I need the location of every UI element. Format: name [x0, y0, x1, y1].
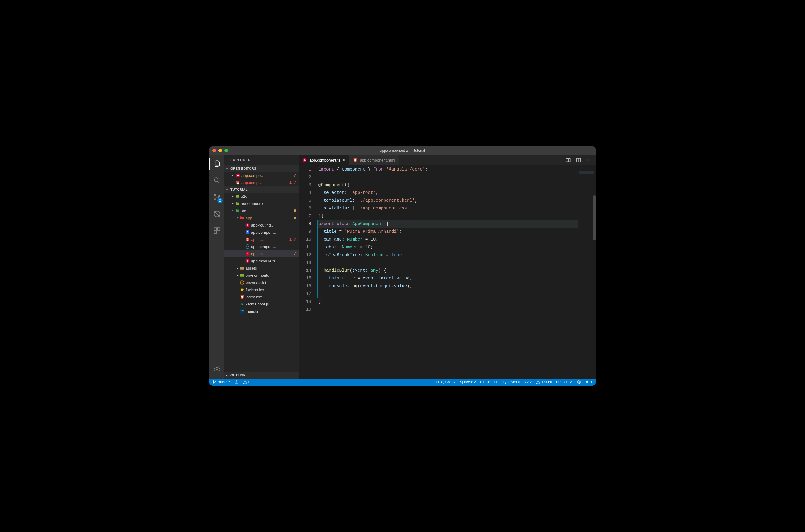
tree-item[interactable]: app.module.ts: [225, 257, 299, 265]
tree-item[interactable]: app.co…M: [225, 250, 299, 257]
tree-item[interactable]: TSmain.ts: [225, 308, 299, 315]
line-number: 19: [299, 305, 311, 313]
code-line[interactable]: lebar: Number = 10;: [317, 243, 578, 251]
tree-item[interactable]: ▸e2e: [225, 193, 299, 200]
status-spaces[interactable]: Spaces: 2: [460, 380, 476, 384]
tree-item[interactable]: app.compon…: [225, 229, 299, 236]
maximize-window-button[interactable]: [225, 149, 228, 152]
chevron-right-icon: ▸: [225, 374, 229, 377]
close-icon[interactable]: ×: [230, 173, 235, 178]
star-icon: [240, 287, 245, 292]
activity-explorer[interactable]: [210, 156, 225, 171]
tree-item[interactable]: ▾src: [225, 207, 299, 214]
status-encoding[interactable]: UTF-8: [480, 380, 490, 384]
split-editor-icon[interactable]: [576, 157, 581, 163]
file-label: app.compo…: [242, 173, 265, 178]
file-label: karma.conf.js: [246, 302, 269, 306]
code-line[interactable]: handleBlur(event: any) {: [317, 267, 578, 274]
status-language[interactable]: TypeScript: [503, 380, 520, 384]
code-line[interactable]: isTeaBreakTime: Boolean = true;: [317, 251, 578, 259]
folder-icon: [240, 215, 245, 220]
status-cursor[interactable]: Ln 8, Col 27: [436, 380, 456, 384]
chevron-right-icon[interactable]: ▸: [236, 274, 239, 277]
tree-item[interactable]: app.c…1, M: [225, 236, 299, 243]
line-number: 8: [299, 220, 311, 228]
status-feedback[interactable]: [577, 380, 581, 384]
status-eol[interactable]: LF: [494, 380, 499, 384]
line-number: 1: [299, 166, 311, 173]
svg-point-15: [588, 160, 589, 161]
chevron-right-icon[interactable]: ▸: [236, 267, 239, 270]
open-editors-list: ×app.compo…Mapp.comp…1, M: [225, 172, 299, 186]
activity-bar: 2: [210, 155, 225, 379]
activity-search[interactable]: [210, 173, 225, 188]
activity-extensions[interactable]: [210, 224, 225, 238]
chevron-right-icon[interactable]: ▸: [231, 202, 235, 205]
code-line[interactable]: export class AppComponent {: [317, 220, 578, 228]
minimize-window-button[interactable]: [218, 149, 222, 152]
code-line[interactable]: }: [317, 298, 578, 305]
tree-item[interactable]: Kkarma.conf.js: [225, 300, 299, 308]
code-editor[interactable]: 12345678910111213141516171819 import { C…: [299, 166, 595, 379]
tree-item[interactable]: ▸assets: [225, 265, 299, 272]
minimap[interactable]: [578, 166, 595, 379]
close-icon[interactable]: ×: [343, 158, 345, 163]
code-line[interactable]: templateUrl: './app.component.html',: [317, 196, 578, 204]
status-ts-version[interactable]: 3.2.2: [524, 380, 532, 384]
close-window-button[interactable]: [212, 149, 216, 152]
file-label: node_modules: [241, 202, 266, 206]
scrollbar-vertical[interactable]: [593, 195, 595, 240]
activity-scm[interactable]: 2: [210, 190, 225, 204]
tree-item[interactable]: index.html: [225, 293, 299, 300]
status-problems[interactable]: 1 0: [234, 380, 250, 384]
code-line[interactable]: selector: 'app-root',: [317, 189, 578, 196]
status-branch[interactable]: master*: [212, 380, 230, 384]
code-line[interactable]: import { Component } from '@angular/core…: [317, 166, 578, 173]
open-editor-item[interactable]: ×app.compo…M: [225, 172, 299, 179]
section-outline[interactable]: ▸ OUTLINE: [225, 372, 299, 379]
tree-item[interactable]: ▸node_modules: [225, 200, 299, 207]
file-label: assets: [246, 266, 257, 270]
code-line[interactable]: [317, 173, 578, 181]
chevron-right-icon[interactable]: ▸: [231, 195, 235, 198]
status-notifications[interactable]: 1: [585, 380, 593, 384]
code-line[interactable]: styleUrls: ['./app.component.css']: [317, 204, 578, 212]
line-number: 14: [299, 267, 311, 274]
chevron-down-icon[interactable]: ▾: [231, 209, 235, 212]
code-line[interactable]: [317, 305, 578, 313]
warning-icon: [243, 380, 247, 384]
svg-point-10: [241, 282, 243, 283]
tree-item[interactable]: ▾app: [225, 214, 299, 222]
tree-item[interactable]: ▸environments: [225, 272, 299, 279]
activity-settings[interactable]: [210, 361, 225, 376]
code-line[interactable]: }): [317, 212, 578, 220]
code-line[interactable]: console.log(event.target.value);: [317, 282, 578, 290]
more-icon[interactable]: [586, 157, 591, 163]
activity-debug[interactable]: [210, 207, 225, 221]
code-line[interactable]: }: [317, 290, 578, 298]
code-line[interactable]: this.title = event.target.value;: [317, 274, 578, 282]
tree-item[interactable]: browserslist: [225, 279, 299, 286]
editor-tab[interactable]: app.component.html: [349, 155, 399, 166]
code-line[interactable]: panjang: Number = 10;: [317, 235, 578, 243]
chevron-down-icon[interactable]: ▾: [236, 216, 239, 219]
gear-icon: [213, 364, 221, 372]
tree-item[interactable]: favicon.ico: [225, 286, 299, 293]
file-label: browserslist: [246, 280, 266, 285]
tree-item[interactable]: app.compon…: [225, 243, 299, 250]
tree-item[interactable]: app-routing.…: [225, 222, 299, 229]
status-tslint[interactable]: TSLint: [536, 380, 552, 384]
section-open-editors[interactable]: ▾ OPEN EDITORS: [225, 165, 299, 172]
code-line[interactable]: title = 'Putra Prima Arhandi';: [317, 228, 578, 235]
editor-tab[interactable]: app.component.ts×: [299, 155, 349, 166]
code-content[interactable]: import { Component } from '@angular/core…: [317, 166, 578, 379]
status-prettier[interactable]: Prettier: ✓: [556, 380, 573, 384]
compare-icon[interactable]: [566, 157, 571, 163]
open-editor-item[interactable]: app.comp…1, M: [225, 179, 299, 186]
code-line[interactable]: @Component({: [317, 181, 578, 189]
code-line[interactable]: [317, 259, 578, 267]
file-label: app-routing.…: [251, 223, 275, 227]
section-project[interactable]: ▾ TUTORIAL: [225, 186, 299, 193]
svg-point-16: [590, 160, 591, 161]
tab-actions: [561, 155, 595, 166]
